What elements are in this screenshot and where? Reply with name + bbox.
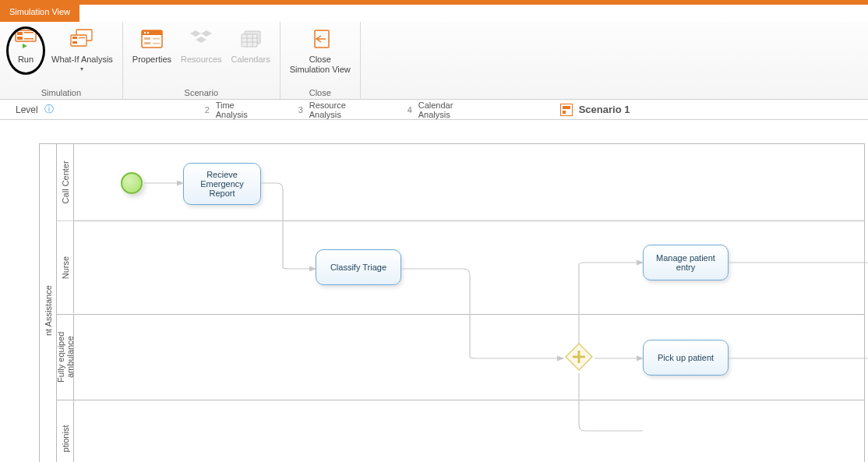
calendars-label: Calendars [231, 55, 270, 65]
svg-rect-23 [242, 34, 257, 47]
properties-icon [139, 26, 164, 51]
ribbon-group-simulation: Run What-If Analysis ▾ Simulation [0, 22, 123, 99]
scenario-selector[interactable]: Scenario 1 [560, 104, 630, 116]
svg-rect-1 [17, 32, 23, 35]
level-step-label: Process Validation [99, 105, 169, 115]
ribbon-group-caption-scenario: Scenario [128, 86, 275, 97]
lane-nurse[interactable]: Nurse Classify Triage Manage patient ent… [57, 221, 864, 314]
level-bar: Level ⓘ 1 Process Validation 2 Time Anal… [0, 100, 868, 120]
run-label: Run [18, 55, 34, 65]
ribbon-tab-row: Simulation View [0, 5, 868, 22]
run-icon [13, 26, 38, 51]
ribbon-group-close: Close Simulation View Close [281, 22, 361, 99]
resources-icon [189, 26, 213, 51]
task-receive-emergency-report[interactable]: Recieve Emergency Report [183, 163, 261, 205]
start-event[interactable] [121, 172, 143, 194]
svg-rect-18 [153, 43, 160, 44]
run-button[interactable]: Run [5, 25, 47, 66]
resources-label: Resources [181, 55, 222, 65]
lane-title: Call Center [57, 144, 74, 220]
lane-ambulance[interactable]: Fully equiped ambulance Pick up patient [57, 315, 864, 400]
scenario-name: Scenario 1 [579, 104, 630, 115]
info-icon[interactable]: ⓘ [44, 103, 54, 116]
properties-label: Properties [132, 55, 171, 65]
level-step-process-validation[interactable]: 1 Process Validation [69, 102, 186, 118]
level-step-num: 2 [203, 105, 211, 115]
task-classify-triage[interactable]: Classify Triage [316, 249, 401, 285]
lane-title: Fully equiped ambulance [57, 315, 74, 400]
svg-point-13 [144, 32, 146, 34]
level-step-label: Time Analysis [216, 101, 266, 119]
diagram-canvas[interactable]: nt Assistance Call Center Recieve Emerge… [0, 120, 868, 462]
level-label: Level [16, 104, 38, 115]
level-step-num: 4 [406, 105, 414, 115]
svg-rect-10 [79, 37, 85, 38]
pool[interactable]: nt Assistance Call Center Recieve Emerge… [39, 143, 865, 462]
close-simulation-button[interactable]: Close Simulation View [285, 25, 355, 76]
close-icon [308, 26, 333, 51]
level-step-label: Calendar Analysis [418, 101, 484, 119]
ribbon-group-caption-close: Close [285, 86, 355, 97]
resources-button: Resources [176, 25, 227, 66]
ribbon-group-scenario: Properties Resources [123, 22, 281, 99]
task-label: Manage patient entry [648, 253, 723, 272]
svg-rect-17 [153, 38, 160, 39]
svg-marker-21 [196, 37, 206, 43]
lane-receptionist[interactable]: ptionist [57, 400, 864, 462]
ribbon-group-caption-simulation: Simulation [5, 86, 118, 97]
task-label: Pick up patient [658, 353, 714, 362]
svg-rect-4 [24, 38, 34, 40]
level-step-time-analysis[interactable]: 2 Time Analysis [186, 102, 280, 118]
svg-point-14 [147, 32, 149, 34]
whatif-icon [69, 26, 94, 51]
tab-simulation-view[interactable]: Simulation View [0, 5, 79, 22]
lane-title: Nurse [57, 221, 74, 313]
svg-rect-9 [72, 41, 77, 44]
svg-rect-8 [72, 37, 77, 39]
scenario-icon [560, 104, 573, 116]
task-label: Recieve Emergency Report [189, 170, 256, 198]
level-step-num: 1 [86, 105, 94, 115]
level-step-resource-analysis[interactable]: 3 Resource Analysis [280, 102, 389, 118]
ribbon: Run What-If Analysis ▾ Simulation [0, 22, 868, 100]
lane-call-center[interactable]: Call Center Recieve Emergency Report [57, 144, 864, 221]
svg-rect-2 [24, 32, 34, 34]
level-step-calendar-analysis[interactable]: 4 Calendar Analysis [389, 102, 498, 118]
level-step-num: 3 [297, 105, 305, 115]
lane-title: ptionist [57, 400, 74, 462]
whatif-button[interactable]: What-If Analysis ▾ [47, 25, 118, 74]
svg-rect-16 [144, 42, 150, 44]
task-manage-patient-entry[interactable]: Manage patient entry [643, 245, 729, 280]
svg-marker-20 [201, 30, 212, 37]
properties-button[interactable]: Properties [128, 25, 176, 66]
calendars-button: Calendars [227, 25, 275, 66]
whatif-label: What-If Analysis [51, 55, 113, 65]
pool-title: nt Assistance [40, 144, 57, 462]
svg-rect-3 [17, 37, 23, 40]
close-label: Close Simulation View [290, 55, 351, 75]
task-label: Classify Triage [330, 263, 386, 272]
chevron-down-icon: ▾ [80, 66, 83, 72]
task-pick-up-patient[interactable]: Pick up patient [643, 340, 729, 376]
svg-marker-19 [190, 30, 201, 37]
calendars-icon [238, 26, 263, 51]
svg-marker-5 [23, 44, 27, 48]
level-step-label: Resource Analysis [309, 101, 375, 119]
gateway-parallel[interactable] [565, 343, 593, 371]
svg-rect-15 [144, 37, 150, 40]
